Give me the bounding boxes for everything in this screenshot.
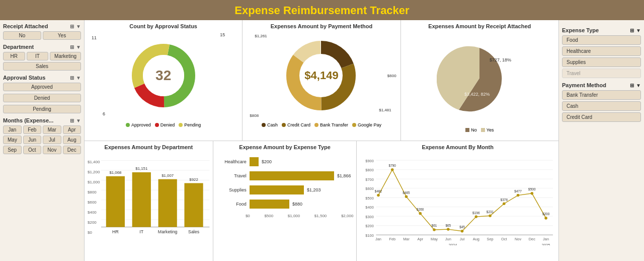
rs-supplies[interactable]: Supplies xyxy=(562,57,641,67)
rs-cash[interactable]: Cash xyxy=(562,101,641,111)
svg-text:Sales: Sales xyxy=(189,229,200,234)
svg-text:$727, 18%: $727, 18% xyxy=(490,57,511,62)
approval-sort-icon[interactable]: ⊞ xyxy=(70,75,74,81)
payment-cc-label: $808 xyxy=(250,113,259,118)
monthly-chart: Expense Amount By Month xyxy=(357,141,558,262)
y-label-0: $0 xyxy=(88,230,100,235)
svg-text:$65: $65 xyxy=(446,223,451,227)
months-title: Months (Expense... ⊞ ▼ xyxy=(3,117,81,123)
expense-type-title: Expense Amount by Expense Type xyxy=(216,144,354,150)
payment-total: $4,149 xyxy=(304,69,338,82)
svg-text:$3,422, 82%: $3,422, 82% xyxy=(464,92,490,97)
month-may-btn[interactable]: May xyxy=(3,136,22,144)
approval-pending-btn[interactable]: Pending xyxy=(3,105,81,113)
dept-bar-svg: $1,068 HR $1,151 IT $1,007 Marketing xyxy=(101,152,209,235)
svg-text:$100: $100 xyxy=(366,233,374,237)
hbar-supplies: Supplies $1,203 xyxy=(219,185,351,194)
svg-text:$500: $500 xyxy=(529,187,536,191)
svg-text:$1,007: $1,007 xyxy=(162,173,174,177)
department-filter: Department ⊞ ▼ HR IT Marketing Sales xyxy=(3,44,81,71)
hbar-food: Food $880 xyxy=(219,200,351,209)
month-jan-btn[interactable]: Jan xyxy=(3,125,22,134)
svg-text:$196: $196 xyxy=(473,211,480,214)
expense-type-filter-icon[interactable]: ▼ xyxy=(636,28,641,33)
legend-credit-card: Credit Card xyxy=(282,122,310,127)
payment-method-section-title: Payment Method ⊞ ▼ xyxy=(562,82,641,88)
rs-food[interactable]: Food xyxy=(562,35,641,45)
food-bar xyxy=(250,200,289,209)
month-aug-btn[interactable]: Aug xyxy=(63,136,81,144)
month-oct-btn[interactable]: Oct xyxy=(23,146,42,154)
svg-text:$300: $300 xyxy=(366,214,374,219)
rs-healthcare[interactable]: Healthcare xyxy=(562,46,641,56)
svg-text:$465: $465 xyxy=(403,190,411,194)
dept-chart-title: Expenses Amount by Department xyxy=(88,144,210,150)
svg-text:IT: IT xyxy=(140,229,144,234)
dept-sort-icon[interactable]: ⊞ xyxy=(70,44,74,50)
rs-bank-transfer[interactable]: Bank Transfer xyxy=(562,90,641,100)
svg-text:$800: $800 xyxy=(366,168,374,172)
month-jul-btn[interactable]: Jul xyxy=(43,136,61,144)
months-buttons: Jan Feb Mar Apr May Jun Jul Aug Sep Oct … xyxy=(3,125,81,154)
filter-sort-icon[interactable]: ⊞ xyxy=(70,24,74,29)
rs-travel[interactable]: Travel xyxy=(562,69,641,78)
month-nov-btn[interactable]: Nov xyxy=(43,146,61,154)
legend-denied: Denied xyxy=(155,122,175,127)
healthcare-bar xyxy=(250,157,259,166)
department-title: Department ⊞ ▼ xyxy=(3,44,81,50)
svg-text:Jul: Jul xyxy=(460,237,465,241)
month-jun-btn[interactable]: Jun xyxy=(23,136,41,144)
month-dec-btn[interactable]: Dec xyxy=(63,146,82,154)
month-feb-btn[interactable]: Feb xyxy=(23,125,42,134)
approval-denied-btn[interactable]: Denied xyxy=(3,94,81,102)
svg-text:$600: $600 xyxy=(366,186,374,191)
dept-hr-btn[interactable]: HR xyxy=(3,52,25,60)
left-sidebar: Receipt Attached ⊞ ▼ No Yes Department xyxy=(0,20,85,261)
svg-text:Sep: Sep xyxy=(487,237,494,241)
month-sep-btn[interactable]: Sep xyxy=(3,146,22,154)
hbar-travel: Travel $1,866 xyxy=(219,171,351,180)
svg-text:Aug: Aug xyxy=(473,237,479,241)
svg-text:Feb: Feb xyxy=(389,237,396,241)
month-mar-btn[interactable]: Mar xyxy=(43,125,61,134)
approval-filter-icon[interactable]: ▼ xyxy=(76,75,81,81)
receipt-yes-btn[interactable]: Yes xyxy=(43,31,81,40)
payment-method-sort-icon[interactable]: ⊞ xyxy=(630,83,634,88)
months-sort-icon[interactable]: ⊞ xyxy=(70,118,74,123)
receipt-attached-title: Receipt Attached ⊞ ▼ xyxy=(3,23,81,29)
approval-approved-btn[interactable]: Approved xyxy=(3,83,81,91)
approval-buttons: Approved Denied Pending xyxy=(3,83,81,113)
rs-credit-card[interactable]: Credit Card xyxy=(562,112,641,122)
point-oct xyxy=(503,202,506,205)
months-filter-icon[interactable]: ▼ xyxy=(76,118,81,123)
svg-text:$1,068: $1,068 xyxy=(110,170,122,174)
dept-filter-icon[interactable]: ▼ xyxy=(76,44,81,50)
point-mar xyxy=(405,195,408,198)
receipt-pie-svg: $3,422, 82% $727, 18% xyxy=(437,40,522,116)
legend-google-pay: Google Pay xyxy=(352,122,381,127)
svg-text:2025: 2025 xyxy=(542,243,550,245)
receipt-no-btn[interactable]: No xyxy=(3,31,41,40)
legend-cash: Cash xyxy=(262,122,278,127)
svg-text:Jun: Jun xyxy=(445,237,451,241)
credit-card-dot xyxy=(282,123,286,127)
y-label-800: $800 xyxy=(88,190,100,194)
payment-total-wrap: $4,149 xyxy=(304,69,338,82)
travel-bar xyxy=(250,171,334,180)
bank-transfer-dot xyxy=(314,123,318,127)
point-dec xyxy=(531,192,534,195)
receipt-attached-filter: Receipt Attached ⊞ ▼ No Yes xyxy=(3,23,81,40)
dept-sales-btn[interactable]: Sales xyxy=(3,62,81,71)
svg-text:HR: HR xyxy=(113,229,119,234)
month-apr-btn[interactable]: Apr xyxy=(63,125,82,134)
dept-marketing-btn[interactable]: Marketing xyxy=(50,52,81,60)
svg-text:$200: $200 xyxy=(366,224,374,228)
svg-text:$200: $200 xyxy=(542,212,550,216)
payment-method-filter-icon[interactable]: ▼ xyxy=(636,83,641,88)
filter-icon[interactable]: ▼ xyxy=(76,24,81,29)
point-jan24 xyxy=(377,193,380,197)
approval-status-filter: Approval Status ⊞ ▼ Approved Denied Pend… xyxy=(3,75,81,113)
dept-it-btn[interactable]: IT xyxy=(27,52,49,60)
expense-type-sort-icon[interactable]: ⊞ xyxy=(630,28,634,33)
svg-text:Nov: Nov xyxy=(515,237,521,241)
